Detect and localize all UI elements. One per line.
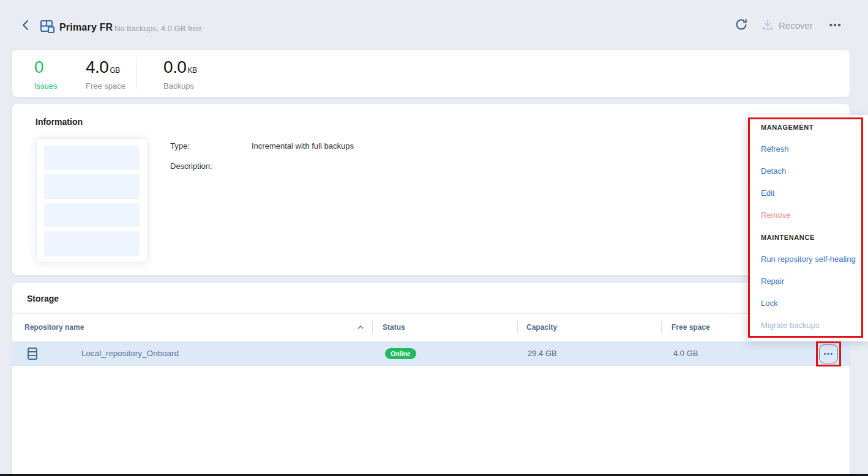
column-divider (661, 321, 662, 333)
recover-button[interactable]: Recover (761, 17, 813, 33)
status-badge: Online (385, 348, 416, 359)
refresh-icon (734, 17, 749, 32)
repository-name-link[interactable]: Local_repository_Onboard (81, 349, 179, 358)
backups-unit: KB (187, 66, 196, 75)
backups-label: Backups (163, 81, 196, 91)
more-actions-button[interactable]: ••• (825, 16, 846, 34)
refresh-button[interactable] (734, 17, 749, 32)
table-row[interactable]: Local_repository_Onboard Online 29.4 GB … (12, 341, 850, 366)
recover-download-icon (761, 19, 774, 31)
type-label: Type: (170, 141, 190, 151)
storage-title: Storage (27, 294, 59, 303)
menu-item-run-repository-self-healing[interactable]: Run repository self-healing (748, 248, 868, 270)
information-panel: Information Type: Incremental with full … (12, 104, 850, 275)
menu-item-repair[interactable]: Repair (748, 270, 868, 292)
menu-item-lock[interactable]: Lock (748, 292, 868, 314)
page-subtitle: No backups, 4.0 GB free (114, 24, 201, 33)
table-header: Repository name Status Capacity Free spa… (12, 313, 850, 341)
column-header-free-space[interactable]: Free space (672, 313, 710, 341)
repository-shelf (44, 146, 140, 170)
database-icon (27, 347, 38, 360)
context-menu: MANAGEMENT Refresh Detach Edit Remove MA… (748, 115, 868, 341)
free-space-unit: GB (110, 66, 119, 75)
column-header-repository-name[interactable]: Repository name (24, 313, 84, 341)
menu-section-maintenance: MAINTENANCE (748, 226, 868, 248)
description-label: Description: (170, 162, 212, 171)
repository-shelf (44, 203, 140, 228)
page-title: Primary FR (59, 22, 113, 33)
column-header-status[interactable]: Status (383, 313, 405, 341)
repository-shelf (44, 174, 140, 199)
stats-divider (137, 58, 137, 89)
menu-item-migrate-backups[interactable]: Migrate backups (748, 314, 868, 337)
issues-value: 0 (34, 58, 58, 77)
free-space-value: 4.0 GB (673, 349, 698, 358)
menu-item-edit[interactable]: Edit (748, 182, 868, 204)
repository-icon (39, 19, 56, 35)
menu-item-remove[interactable]: Remove (748, 204, 868, 226)
information-title: Information (36, 117, 83, 127)
menu-section-management: MANAGEMENT (748, 116, 868, 138)
storage-panel: Storage Repository name Status Capacity … (12, 283, 850, 474)
column-divider (372, 321, 373, 333)
back-button[interactable] (20, 18, 32, 32)
repository-shelf (44, 231, 140, 256)
page-header: Primary FR No backups, 4.0 GB free Recov… (0, 0, 868, 44)
row-actions-button[interactable]: ••• (819, 344, 838, 363)
issues-label: Issues (34, 81, 58, 91)
column-header-capacity[interactable]: Capacity (526, 313, 557, 341)
backups-value: 0.0 (163, 58, 186, 76)
stat-issues: 0 Issues (34, 58, 58, 91)
screen: Primary FR No backups, 4.0 GB free Recov… (0, 0, 868, 476)
repository-illustration (37, 139, 147, 262)
stats-bar: 0 Issues 4.0GB Free space 0.0KB Backups (12, 50, 850, 97)
chevron-left-icon (20, 18, 32, 32)
column-divider (517, 321, 518, 333)
free-space-value: 4.0 (86, 58, 108, 76)
menu-item-detach[interactable]: Detach (748, 160, 868, 182)
stat-backups: 0.0KB Backups (163, 58, 196, 91)
type-value: Incremental with full backups (252, 141, 354, 151)
stat-free-space: 4.0GB Free space (86, 58, 125, 91)
sort-ascending-icon[interactable] (357, 324, 364, 331)
free-space-label: Free space (86, 81, 125, 91)
recover-label: Recover (779, 20, 813, 31)
menu-item-refresh[interactable]: Refresh (748, 138, 868, 160)
capacity-value: 29.4 GB (528, 349, 557, 358)
